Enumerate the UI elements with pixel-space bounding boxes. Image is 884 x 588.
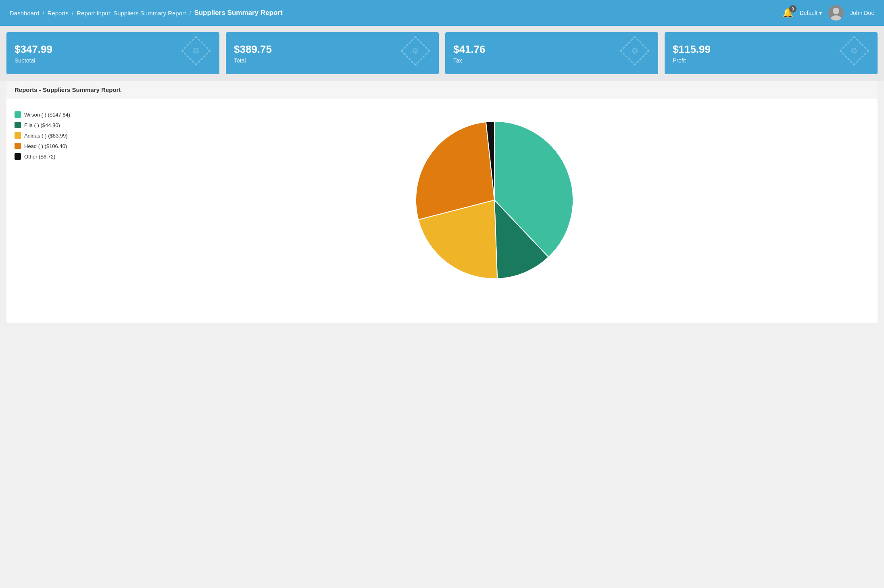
- stat-value-2: $41.76: [453, 43, 486, 56]
- stat-card-2: $41.76 Tax: [445, 32, 658, 74]
- stat-label-3: Profit: [673, 57, 711, 64]
- gear-diamond-icon-2: [624, 40, 650, 66]
- legend-item-4: Other ($6.72): [15, 153, 103, 160]
- stat-info-0: $347.99 Subtotal: [15, 43, 52, 64]
- breadcrumb: Dashboard / Reports / Report Input: Supp…: [10, 9, 283, 17]
- chart-legend: Wilson ( ) ($147.84) Fila ( ) ($44.80) A…: [15, 107, 103, 285]
- breadcrumb-sep1: /: [42, 10, 44, 17]
- legend-color-1: [15, 122, 21, 128]
- chevron-down-icon: ▾: [819, 10, 822, 16]
- legend-color-0: [15, 111, 21, 118]
- stat-label-0: Subtotal: [15, 57, 52, 64]
- gear-diamond-icon-0: [186, 40, 211, 66]
- stat-card-0: $347.99 Subtotal: [6, 32, 219, 74]
- breadcrumb-reports[interactable]: Reports: [48, 10, 69, 17]
- stat-card-3: $115.99 Profit: [665, 32, 878, 74]
- notifications-bell[interactable]: 🔔 0: [782, 8, 793, 18]
- svg-point-0: [833, 8, 839, 14]
- stat-info-1: $389.75 Total: [234, 43, 272, 64]
- stat-info-3: $115.99 Profit: [673, 43, 711, 64]
- stat-value-0: $347.99: [15, 43, 52, 56]
- stats-row: $347.99 Subtotal $389.75 Total $41.76 Ta…: [0, 26, 884, 81]
- stat-label-2: Tax: [453, 57, 486, 64]
- svg-point-1: [831, 15, 841, 21]
- legend-label-2: Adidas ( ) ($83.99): [24, 133, 68, 139]
- default-dropdown[interactable]: Default ▾: [800, 10, 822, 16]
- report-section: Reports - Suppliers Summary Report Wilso…: [6, 81, 878, 323]
- legend-item-2: Adidas ( ) ($83.99): [15, 132, 103, 139]
- dropdown-label: Default: [800, 10, 817, 16]
- stat-card-1: $389.75 Total: [226, 32, 439, 74]
- pie-chart: [410, 115, 579, 285]
- breadcrumb-current: Suppliers Summary Report: [194, 9, 282, 17]
- pie-chart-wrapper: [119, 107, 869, 285]
- header-right: 🔔 0 Default ▾ John Doe: [782, 5, 874, 21]
- legend-label-1: Fila ( ) ($44.80): [24, 122, 60, 128]
- app-header: Dashboard / Reports / Report Input: Supp…: [0, 0, 884, 26]
- notification-count: 0: [789, 5, 796, 13]
- legend-color-3: [15, 143, 21, 149]
- stat-label-1: Total: [234, 57, 272, 64]
- stat-info-2: $41.76 Tax: [453, 43, 486, 64]
- legend-color-2: [15, 132, 21, 139]
- legend-item-3: Head ( ) ($106.40): [15, 143, 103, 149]
- breadcrumb-report-input[interactable]: Report Input: Suppliers Summary Report: [77, 10, 186, 17]
- legend-label-3: Head ( ) ($106.40): [24, 143, 67, 149]
- legend-label-4: Other ($6.72): [24, 154, 55, 160]
- stat-value-1: $389.75: [234, 43, 272, 56]
- avatar-icon: [828, 5, 844, 21]
- user-name: John Doe: [850, 10, 874, 16]
- legend-label-0: Wilson ( ) ($147.84): [24, 112, 70, 118]
- breadcrumb-dashboard[interactable]: Dashboard: [10, 10, 39, 17]
- legend-item-0: Wilson ( ) ($147.84): [15, 111, 103, 118]
- report-content: Wilson ( ) ($147.84) Fila ( ) ($44.80) A…: [6, 99, 878, 293]
- legend-item-1: Fila ( ) ($44.80): [15, 122, 103, 128]
- avatar[interactable]: [828, 5, 844, 21]
- gear-diamond-icon-1: [405, 40, 431, 66]
- legend-color-4: [15, 153, 21, 160]
- report-title: Reports - Suppliers Summary Report: [6, 81, 878, 99]
- breadcrumb-sep3: /: [189, 10, 191, 17]
- gear-diamond-icon-3: [844, 40, 869, 66]
- stat-value-3: $115.99: [673, 43, 711, 56]
- breadcrumb-sep2: /: [72, 10, 73, 17]
